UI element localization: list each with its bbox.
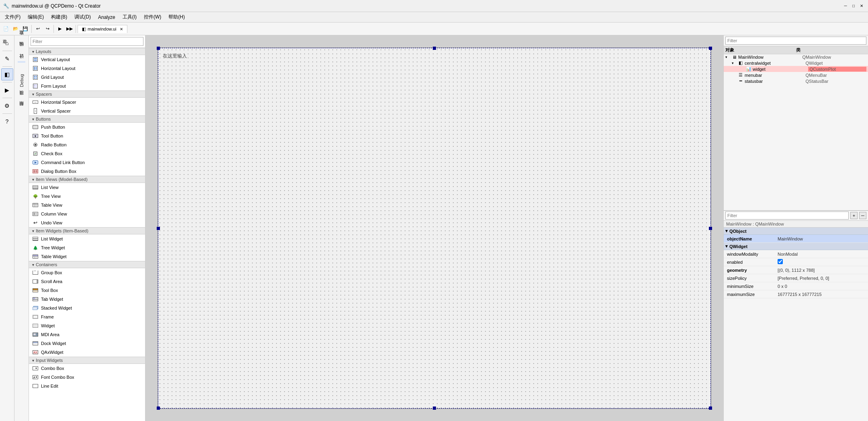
item-group-box[interactable]: ▭ Group Box — [29, 268, 145, 277]
property-remove-btn[interactable]: ─ — [859, 212, 866, 219]
item-push-button[interactable]: Push Button — [29, 123, 145, 131]
item-form-layout[interactable]: Form Layout — [29, 82, 145, 90]
section-item-views[interactable]: ▾ Item Views (Model-Based) — [29, 176, 145, 183]
item-horizontal-spacer[interactable]: ↔ Horizontal Spacer — [29, 98, 145, 107]
item-undo-view[interactable]: ↩ Undo View — [29, 218, 145, 227]
canvas-area[interactable]: 在这里输入 — [145, 35, 723, 421]
tree-row-menubar[interactable]: ☰ menubar QMenuBar — [724, 72, 868, 78]
item-check-box[interactable]: ✓ Check Box — [29, 149, 145, 158]
handle-bl[interactable] — [157, 407, 160, 410]
item-qax-widget[interactable]: AX QAxWidget — [29, 348, 145, 357]
minimize-button[interactable]: ─ — [842, 3, 849, 9]
collapse-item-widgets-icon[interactable]: ▾ — [32, 229, 34, 233]
handle-mr[interactable] — [709, 227, 712, 230]
item-list-widget[interactable]: List Widget — [29, 234, 145, 243]
tree-row-centralwidget[interactable]: ▾ ◧ centralwidget QWidget — [724, 60, 868, 66]
collapse-layouts-icon[interactable]: ▾ — [32, 49, 34, 54]
prop-row-geometry[interactable]: geometry [(0, 0), 1112 x 788] — [724, 266, 868, 274]
file-tab[interactable]: ◧ mainwindow.ui ✕ — [78, 25, 127, 33]
prop-row-sizepolicy[interactable]: sizePolicy [Preferred, Preferred, 0, 0] — [724, 274, 868, 282]
toolbar-save[interactable]: 💾 — [21, 25, 30, 33]
menu-debug[interactable]: 调试(D) — [71, 13, 94, 21]
item-stacked-widget[interactable]: Stacked Widget — [29, 304, 145, 312]
handle-tm[interactable] — [433, 47, 436, 50]
menu-file[interactable]: 文件(F) — [2, 13, 24, 21]
expand-mainwindow[interactable]: ▾ — [725, 55, 731, 59]
collapse-containers-icon[interactable]: ▾ — [32, 263, 34, 267]
item-table-widget[interactable]: Table Widget — [29, 252, 145, 261]
collapse-input-widgets-icon[interactable]: ▾ — [32, 358, 34, 363]
property-add-btn[interactable]: + — [850, 212, 858, 219]
item-column-view[interactable]: Column View — [29, 209, 145, 218]
item-combo-box[interactable]: ▼ Combo Box — [29, 364, 145, 373]
menu-build[interactable]: 构建(B) — [48, 13, 70, 21]
section-input-widgets[interactable]: ▾ Input Widgets — [29, 357, 145, 364]
toolbar-open[interactable]: 📂 — [11, 25, 20, 33]
menu-analyze[interactable]: Analyze — [95, 14, 119, 21]
prop-row-maximumsize[interactable]: maximumSize 16777215 x 16777215 — [724, 290, 868, 298]
widget-filter-input[interactable] — [31, 37, 143, 46]
help-icon-btn[interactable]: ? — [1, 115, 13, 127]
collapse-spacers-icon[interactable]: ▾ — [32, 92, 34, 97]
expand-centralwidget[interactable]: ▾ — [732, 61, 737, 65]
section-spacers[interactable]: ▾ Spacers — [29, 90, 145, 98]
item-frame[interactable]: Frame — [29, 312, 145, 321]
section-containers[interactable]: ▾ Containers — [29, 261, 145, 268]
menu-edit[interactable]: 编辑(E) — [25, 13, 47, 21]
prop-section-qobject[interactable]: ▾ QObject — [724, 228, 868, 235]
item-table-view[interactable]: Table View — [29, 201, 145, 209]
tree-row-mainwindow[interactable]: ▾ 🖥 MainWindow QMainWindow — [724, 54, 868, 60]
handle-tl[interactable] — [157, 47, 160, 50]
section-item-widgets[interactable]: ▾ Item Widgets (Item-Based) — [29, 227, 145, 234]
tree-row-widget[interactable]: 📊 widget QCustomPlot — [724, 66, 868, 72]
menu-help[interactable]: 帮助(H) — [165, 13, 188, 21]
handle-br[interactable] — [709, 407, 712, 410]
project-icon-btn[interactable]: ⚙ — [1, 100, 13, 112]
item-grid-layout[interactable]: Grid Layout — [29, 73, 145, 82]
toolbar-build[interactable]: ▶ — [55, 25, 64, 33]
welcome-icon-btn[interactable]: ⌂ — [1, 37, 13, 49]
section-layouts[interactable]: ▾ Layouts — [29, 48, 145, 55]
handle-ml[interactable] — [157, 227, 160, 230]
item-line-edit[interactable]: Line Edit — [29, 382, 145, 390]
edit-icon-btn[interactable]: ✎ — [1, 53, 13, 65]
menu-controls[interactable]: 控件(W) — [141, 13, 164, 21]
toolbar-undo[interactable]: ↩ — [33, 25, 42, 33]
menu-tools[interactable]: 工具(I) — [119, 13, 140, 21]
tab-close-icon[interactable]: ✕ — [120, 27, 123, 31]
titlebar-controls[interactable]: ─ □ ✕ — [842, 3, 865, 9]
tree-row-statusbar[interactable]: ━ statusbar QStatusBar — [724, 78, 868, 84]
item-scroll-area[interactable]: Scroll Area — [29, 277, 145, 286]
prop-enabled-checkbox[interactable] — [778, 259, 783, 264]
prop-row-enabled[interactable]: enabled — [724, 258, 868, 266]
item-tool-box[interactable]: Tool Box — [29, 286, 145, 295]
item-vertical-layout[interactable]: Vertical Layout — [29, 55, 145, 64]
object-inspector-filter-input[interactable] — [725, 37, 866, 45]
item-list-view[interactable]: List View — [29, 183, 145, 192]
debug-icon-btn[interactable]: ▶ — [1, 84, 13, 96]
item-vertical-spacer[interactable]: ↕ Vertical Spacer — [29, 107, 145, 115]
toolbar-run[interactable]: ▶▶ — [65, 25, 74, 33]
prop-section-qwidget[interactable]: ▾ QWidget — [724, 243, 868, 250]
collapse-item-views-icon[interactable]: ▾ — [32, 177, 34, 182]
item-mdi-area[interactable]: MDI Area — [29, 330, 145, 339]
item-dock-widget[interactable]: Dock Widget — [29, 339, 145, 348]
prop-row-minimumsize[interactable]: minimumSize 0 x 0 — [724, 282, 868, 290]
item-horizontal-layout[interactable]: Horizontal Layout — [29, 64, 145, 73]
item-radio-button[interactable]: Radio Button — [29, 140, 145, 149]
item-tool-button[interactable]: ▼ Tool Button — [29, 131, 145, 140]
prop-row-windowmodality[interactable]: windowModality NonModal — [724, 250, 868, 258]
property-filter-input[interactable] — [725, 212, 849, 220]
collapse-buttons-icon[interactable]: ▾ — [32, 117, 34, 121]
item-widget[interactable]: Widget — [29, 321, 145, 330]
item-command-link-button[interactable]: ▶ Command Link Button — [29, 158, 145, 167]
item-tab-widget[interactable]: Tab Widget — [29, 295, 145, 304]
item-font-combo-box[interactable]: A▼ Font Combo Box — [29, 373, 145, 382]
item-dialog-button-box[interactable]: Dialog Button Box — [29, 167, 145, 176]
section-buttons[interactable]: ▾ Buttons — [29, 115, 145, 123]
handle-tr[interactable] — [709, 47, 712, 50]
close-button[interactable]: ✕ — [858, 3, 865, 9]
handle-bm[interactable] — [433, 407, 436, 410]
toolbar-new[interactable]: 📄 — [2, 25, 10, 33]
prop-row-objectname[interactable]: objectName MainWindow — [724, 235, 868, 243]
